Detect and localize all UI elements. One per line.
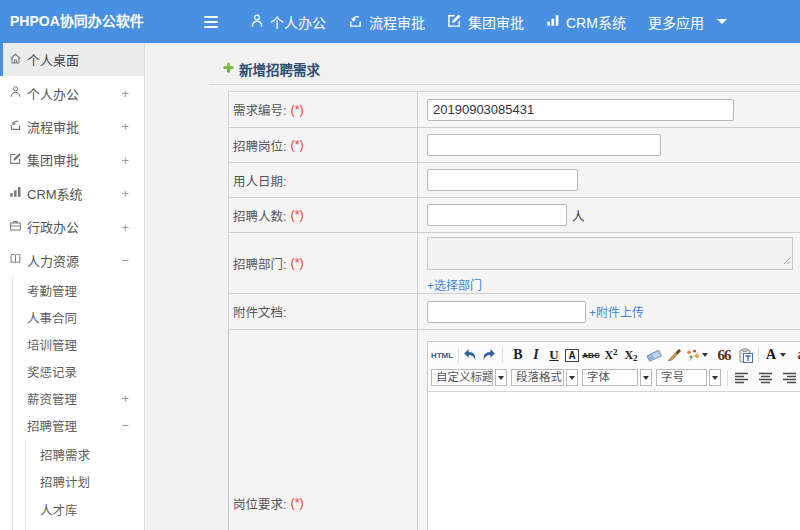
user-icon xyxy=(250,13,270,31)
sidebar-item-recruit-demand[interactable]: 招聘需求 xyxy=(26,441,144,469)
collapse-minus-icon[interactable]: − xyxy=(121,253,129,268)
sidebar-label: 薪资管理 xyxy=(27,389,77,408)
dropdown-caret-icon[interactable] xyxy=(780,353,786,357)
sidebar-submenu-recruit: 招聘需求 招聘计划 人才库 xyxy=(25,439,144,530)
char-border-icon[interactable]: A xyxy=(563,345,581,365)
field-value: HTML B I U A ABC X2 X2 xyxy=(418,330,800,530)
sidebar-item-recruit-plan[interactable]: 招聘计划 xyxy=(26,468,144,496)
field-value xyxy=(418,92,800,127)
dropdown-caret-icon[interactable] xyxy=(709,369,721,386)
unit-suffix: 人 xyxy=(572,206,585,225)
add-plus-icon xyxy=(222,60,235,78)
dropdown-caret-icon[interactable] xyxy=(640,369,652,386)
sidebar-item-personal-desktop[interactable]: 个人桌面 xyxy=(0,43,144,76)
sidebar-item-reward-punishment[interactable]: 奖惩记录 xyxy=(13,358,144,385)
superscript-icon[interactable]: X2 xyxy=(601,345,621,365)
briefcase-icon xyxy=(9,219,27,235)
editor-content-area[interactable] xyxy=(428,392,800,530)
resize-handle-icon[interactable] xyxy=(783,254,791,268)
sidebar-item-hr[interactable]: 人力资源 − xyxy=(0,243,144,276)
field-label: 招聘岗位:(*) xyxy=(229,128,418,162)
source-code-button[interactable]: HTML xyxy=(430,345,454,365)
toolbar-separator xyxy=(758,347,759,363)
sidebar-label: 招聘计划 xyxy=(40,472,90,491)
nav-item-personal-office[interactable]: 个人办公 xyxy=(250,12,326,32)
expand-plus-icon[interactable]: + xyxy=(121,86,129,101)
form-row-recruit-position: 招聘岗位:(*) xyxy=(228,128,800,163)
underline-icon[interactable]: U xyxy=(545,345,563,365)
remove-format-eraser-icon[interactable] xyxy=(646,345,662,365)
toolbar-separator xyxy=(727,370,728,386)
subscript-icon[interactable]: X2 xyxy=(621,345,641,365)
required-mark: (*) xyxy=(290,256,303,270)
expand-plus-icon[interactable]: + xyxy=(121,119,129,134)
undo-icon[interactable] xyxy=(463,345,478,365)
recruit-count-input[interactable] xyxy=(427,204,567,226)
align-right-icon[interactable] xyxy=(782,368,796,388)
required-mark: (*) xyxy=(290,138,303,152)
custom-title-dropdown[interactable]: 自定义标题 xyxy=(431,369,507,386)
strikethrough-icon[interactable]: ABC xyxy=(581,345,601,365)
expand-plus-icon[interactable]: + xyxy=(121,186,129,201)
chart-icon xyxy=(9,185,27,201)
recruit-dept-textarea[interactable] xyxy=(427,237,793,270)
sidebar-item-personal-office[interactable]: 个人办公 + xyxy=(0,76,144,109)
nav-label: 集团审批 xyxy=(468,12,524,32)
hamburger-menu-icon[interactable] xyxy=(204,16,218,28)
sidebar-item-training-mgmt[interactable]: 培训管理 xyxy=(13,331,144,358)
bold-icon[interactable]: B xyxy=(509,345,527,365)
select-dept-link[interactable]: +选择部门 xyxy=(427,276,482,293)
italic-icon[interactable]: I xyxy=(527,345,545,365)
attachment-upload-link[interactable]: +附件上传 xyxy=(589,303,644,320)
attachment-input[interactable] xyxy=(427,301,586,323)
redo-icon[interactable] xyxy=(481,345,496,365)
flow-icon xyxy=(348,13,369,31)
flow-icon xyxy=(9,118,27,134)
expand-plus-icon[interactable]: + xyxy=(121,391,129,406)
sidebar-item-workflow-approval[interactable]: 流程审批 + xyxy=(0,110,144,143)
dropdown-caret-icon[interactable] xyxy=(702,353,708,357)
nav-label: 更多应用 xyxy=(648,12,704,32)
emoticons-icon[interactable] xyxy=(686,345,700,365)
sidebar-item-personnel-contract[interactable]: 人事合同 xyxy=(13,304,144,331)
paragraph-format-dropdown[interactable]: 段落格式 xyxy=(511,369,578,386)
sidebar-label: 行政办公 xyxy=(27,217,79,236)
nav-item-workflow-approval[interactable]: 流程审批 xyxy=(348,12,425,32)
sidebar-label: 集团审批 xyxy=(27,150,79,169)
nav-item-crm-system[interactable]: CRM系统 xyxy=(546,12,626,32)
form-row-recruit-count: 招聘人数:(*) 人 xyxy=(228,198,800,233)
dropdown-caret-icon[interactable] xyxy=(495,369,507,386)
collapse-minus-icon[interactable]: − xyxy=(121,418,129,433)
sidebar-item-recruit-mgmt[interactable]: 招聘管理− xyxy=(13,412,144,439)
caret-down-icon xyxy=(717,19,727,24)
align-left-icon[interactable] xyxy=(734,368,748,388)
format-painter-brush-icon[interactable] xyxy=(666,345,682,365)
field-label: 附件文档: xyxy=(229,294,418,329)
employ-date-input[interactable] xyxy=(427,169,578,191)
sidebar-item-salary-mgmt[interactable]: 薪资管理+ xyxy=(13,385,144,412)
sidebar-label: 培训管理 xyxy=(27,335,77,354)
sidebar-item-talent-pool[interactable]: 人才库 xyxy=(26,496,144,524)
highlight-color-icon[interactable]: a xyxy=(794,345,800,365)
sidebar-label: 招聘需求 xyxy=(40,445,90,464)
sidebar-item-group-approval[interactable]: 集团审批 + xyxy=(0,143,144,176)
paste-as-text-icon[interactable] xyxy=(738,345,753,365)
sidebar-item-attendance-mgmt[interactable]: 考勤管理 xyxy=(13,277,144,304)
align-center-icon[interactable] xyxy=(758,368,772,388)
dropdown-caret-icon[interactable] xyxy=(566,369,578,386)
demand-number-input[interactable] xyxy=(427,99,734,121)
expand-plus-icon[interactable]: + xyxy=(121,152,129,167)
nav-item-more-apps[interactable]: 更多应用 xyxy=(648,12,727,32)
font-family-dropdown[interactable]: 字体 xyxy=(582,369,652,386)
recruit-position-input[interactable] xyxy=(427,134,661,156)
sidebar-item-crm-system[interactable]: CRM系统 + xyxy=(0,177,144,210)
sidebar-label: 流程审批 xyxy=(27,117,79,136)
expand-plus-icon[interactable]: + xyxy=(121,219,129,234)
blockquote-icon[interactable]: 66 xyxy=(715,345,733,365)
sidebar-item-admin-office[interactable]: 行政办公 + xyxy=(0,210,144,243)
font-color-icon[interactable]: A xyxy=(764,345,778,365)
nav-item-group-approval[interactable]: 集团审批 xyxy=(447,12,524,32)
font-size-dropdown[interactable]: 字号 xyxy=(656,369,721,386)
field-label: 用人日期: xyxy=(229,163,418,197)
sidebar-label: 人力资源 xyxy=(27,251,79,270)
